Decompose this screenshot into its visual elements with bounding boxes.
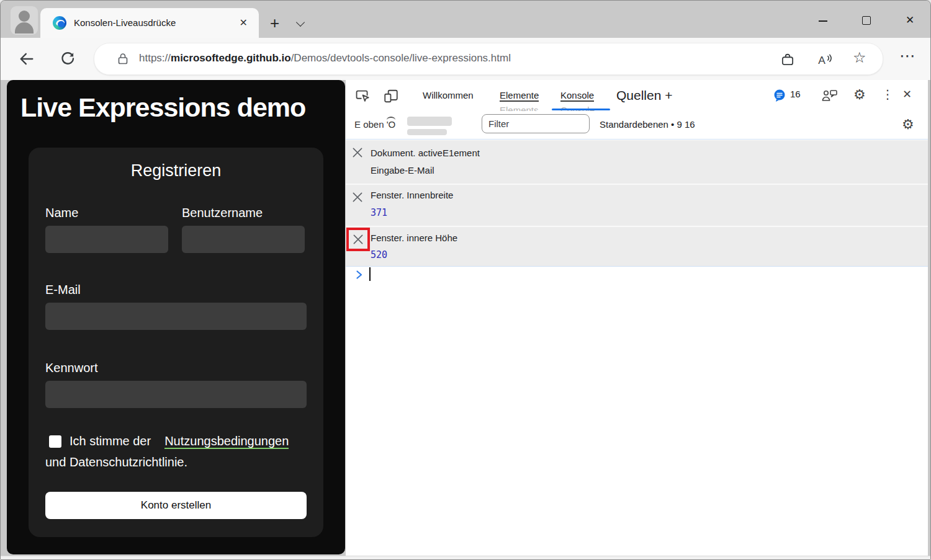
tab-title: Konsolen-Liveausdrücke [74,17,176,28]
new-tab-button[interactable]: + [270,16,279,30]
terms-line1: Ich stimme derNutzungsbedingungen [70,434,289,448]
maximize-icon [862,16,871,25]
issues-count: 16 [790,89,801,99]
tab-welcome[interactable]: Willkommen [423,80,474,110]
expression-text: Fenster. Innenbreite [371,190,453,200]
username-label: Benutzername [182,206,263,220]
minimize-icon [819,20,827,22]
url-protocol: https:// [139,52,171,64]
devtools-close-icon[interactable]: ✕ [902,87,912,101]
console-filter-input[interactable] [482,114,590,133]
devtools-kebab-icon[interactable]: ⋮ [881,87,894,102]
page-title: Live Expressions demo [20,92,305,123]
tab-elements[interactable]: Elements Elemente [500,80,539,110]
minimize-button[interactable] [812,12,834,29]
favorite-star-icon[interactable]: ☆ [853,49,869,65]
console-settings-gear-icon[interactable]: ⚙ [902,117,914,132]
password-label: Kennwort [45,361,98,375]
prompt-chevron-icon [356,270,363,280]
demo-page: Live Expressions demo Registrieren Name … [7,80,345,554]
terms-prefix: Ich stimme der [70,434,151,448]
browser-toolbar: https://microsoftedge.github.io/Demos/de… [1,38,930,80]
form-title: Registrieren [29,161,323,180]
expression-result: 371 [371,207,387,218]
issues-bubble-icon[interactable] [773,89,786,102]
console-input[interactable] [346,266,928,291]
expression-text: Fenster. innere Höhe [371,233,457,243]
chevron-down-icon[interactable] [296,18,305,27]
svg-text:A: A [818,54,825,66]
console-toolbar: E oben 'O Standardebenen • 9 16 ⚙ [346,111,928,140]
active-tab-underline [552,109,610,110]
expression-text: Dokument. activeE1ement [371,148,480,158]
signup-card: Registrieren Name Benutzername E-Mail Ke… [29,148,323,537]
devtools-toolbar: Willkommen Elements Elemente Console Kon… [346,80,928,112]
username-field[interactable] [182,226,305,253]
inspect-element-icon[interactable] [354,88,371,104]
url-path: /Demos/devtools-console/live-expressions… [291,52,511,64]
text-cursor [369,267,371,281]
live-expression-row: Fenster. innere Höhe 520 [346,227,928,267]
feedback-icon[interactable] [821,87,839,104]
url-bar[interactable]: https://microsoftedge.github.io/Demos/de… [94,43,883,75]
email-label: E-Mail [45,283,81,297]
read-aloud-icon[interactable]: A [817,51,833,68]
devtools-panel: Willkommen Elements Elemente Console Kon… [346,80,928,556]
expression-result: Eingabe-E-Mail [371,165,434,176]
close-window-button[interactable]: ✕ [899,12,920,29]
edge-logo-icon [53,16,66,30]
name-label: Name [45,206,78,220]
expression-result: 520 [371,249,387,260]
remove-expression-icon[interactable] [351,190,364,204]
maximize-button[interactable] [856,12,877,29]
devtools-settings-gear-icon[interactable]: ⚙ [853,87,866,102]
browser-tab[interactable]: Konsolen-Liveausdrücke ✕ [40,8,259,38]
avatar-icon-body [15,22,34,33]
browser-window: Konsolen-Liveausdrücke ✕ + ✕ https://mic… [0,0,931,560]
email-field[interactable] [45,303,307,330]
avatar-icon [19,11,30,22]
live-expression-row: Dokument. activeE1ement Eingabe-E-Mail [346,140,928,185]
name-field[interactable] [45,226,168,253]
placeholder-bar [407,129,447,135]
url-text: https://microsoftedge.github.io/Demos/de… [139,52,511,64]
url-domain: microsoftedge.github.io [171,52,291,64]
remove-expression-icon[interactable] [351,233,365,246]
eye-icon [387,117,395,123]
window-bottom-strip [1,556,930,560]
password-field[interactable] [45,381,307,408]
browser-essentials-icon[interactable] [780,51,796,68]
remove-expression-icon[interactable] [351,146,364,159]
title-bar: Konsolen-Liveausdrücke ✕ + ✕ [1,1,930,38]
device-emulation-icon[interactable] [383,88,399,104]
tab-sources[interactable]: Quellen + [616,80,672,110]
settings-more-icon[interactable]: ⋯ [899,47,915,66]
tab-close-icon[interactable]: ✕ [240,16,248,30]
log-levels-dropdown[interactable]: Standardebenen • 9 16 [600,119,695,130]
lock-icon[interactable] [115,51,130,66]
terms-checkbox[interactable] [49,435,61,448]
reload-icon[interactable] [59,50,76,68]
placeholder-bar [407,117,452,126]
red-highlight-box [346,228,370,251]
profile-avatar[interactable] [11,6,38,35]
terms-line2: und Datenschutzrichtlinie. [45,455,187,469]
live-expression-row: Fenster. Innenbreite 371 [346,185,928,227]
back-icon[interactable] [18,50,35,68]
terms-link[interactable]: Nutzungsbedingungen [164,434,289,449]
tab-console[interactable]: Console Konsole [560,80,594,110]
create-account-button[interactable]: Konto erstellen [45,492,307,519]
